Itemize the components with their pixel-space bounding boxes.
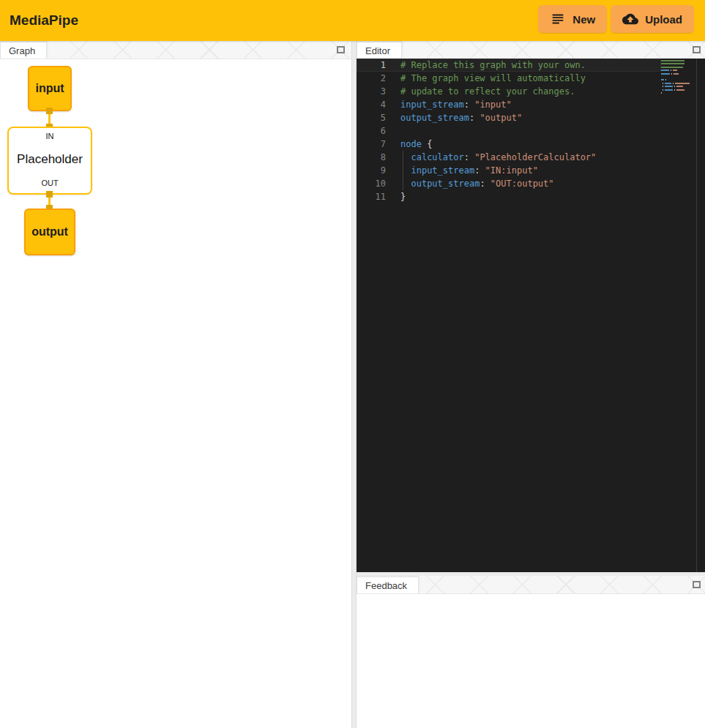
code-editor[interactable]: 1# Replace this graph with your own.2# T… [357,59,705,572]
code-line[interactable]: 4input_stream: "input" [357,98,661,111]
feedback-tabstrip: Feedback [357,576,705,593]
graph-panel: Graph input IN Placeholder OUT output [0,41,351,728]
new-button[interactable]: New [538,5,607,33]
line-number: 8 [357,151,386,164]
line-number: 6 [357,124,386,138]
tab-graph[interactable]: Graph [0,42,47,59]
editor-panel: Editor 1# Replace this graph with your o… [357,41,705,572]
header-actions: New Upload [538,5,694,33]
graph-maximize-icon[interactable] [335,44,346,55]
subject-icon [550,11,566,27]
tab-feedback-label: Feedback [365,580,407,591]
feedback-panel: Feedback [357,576,705,728]
code-line[interactable]: 6 [357,124,661,138]
editor-minimap[interactable] [661,60,696,95]
graph-node-output-label: output [31,225,68,239]
line-number: 11 [357,190,386,203]
app-header: MediaPipe New Upload [0,0,705,41]
feedback-maximize-icon[interactable] [691,579,702,590]
graph-node-placeholder[interactable]: IN Placeholder OUT [7,127,92,195]
port-placeholder-out [46,191,53,198]
tab-editor-label: Editor [365,45,390,56]
line-number: 7 [357,138,386,151]
code-line[interactable]: 5output_stream: "output" [357,111,661,124]
editor-tabstrip: Editor [357,41,705,59]
editor-maximize-icon[interactable] [691,44,702,55]
graph-node-input[interactable]: input [28,66,72,111]
line-number: 3 [357,85,386,98]
line-number: 2 [357,72,386,85]
code-line[interactable]: 11} [357,190,661,203]
main-layout: Graph input IN Placeholder OUT output [0,41,705,728]
code-line[interactable]: 3# update to reflect your changes. [357,85,661,98]
right-column: Editor 1# Replace this graph with your o… [357,41,705,728]
placeholder-in-label: IN [46,132,54,140]
code-line[interactable]: 7node { [357,138,661,151]
tab-editor[interactable]: Editor [357,42,402,59]
editor-scrollbar[interactable] [696,59,705,572]
graph-tabstrip: Graph [0,41,351,59]
upload-button[interactable]: Upload [611,5,694,33]
graph-node-input-label: input [35,82,64,95]
cloud-upload-icon [622,11,638,27]
indent-guide [403,151,403,190]
tab-graph-label: Graph [9,45,35,56]
graph-canvas[interactable]: input IN Placeholder OUT output [0,59,351,728]
graph-node-output[interactable]: output [24,209,75,255]
port-input-out [46,108,53,114]
placeholder-out-label: OUT [41,179,58,187]
line-number: 1 [357,59,386,72]
line-number: 9 [357,164,386,177]
line-number: 5 [357,111,386,124]
placeholder-label: Placeholder [17,152,83,167]
tab-feedback[interactable]: Feedback [357,577,419,593]
feedback-content [357,593,705,728]
code-line[interactable]: 1# Replace this graph with your own. [357,59,661,72]
line-number: 10 [357,177,386,190]
app-title: MediaPipe [10,12,78,29]
vertical-splitter[interactable] [351,41,357,728]
line-number: 4 [357,98,386,111]
new-button-label: New [572,13,595,26]
upload-button-label: Upload [645,13,682,26]
code-line[interactable]: 2# The graph view will automatically [357,72,661,85]
